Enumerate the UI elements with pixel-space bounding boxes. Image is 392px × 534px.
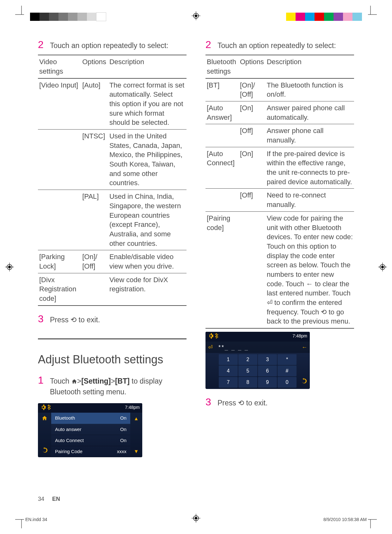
step-text: Touch >[Setting]>[BT] to display Bluetoo…: [50, 376, 187, 397]
step-1: 1 Touch >[Setting]>[BT] to display Bluet…: [38, 373, 187, 397]
crop-corner-icon: [15, 6, 28, 18]
cell-setting: [Auto Connect]: [205, 147, 239, 189]
crop-corner-icon: [364, 6, 377, 18]
settings-row[interactable]: Auto ConnectOn: [51, 435, 130, 446]
col-options: Options: [239, 55, 266, 78]
step-number: 3: [205, 395, 217, 409]
grayscale-swatches: [30, 13, 106, 21]
svg-point-4: [7, 264, 12, 270]
row-value: On: [120, 426, 126, 433]
clock-value: 7:48pm: [292, 333, 307, 340]
settings-row[interactable]: BluetoothOn: [51, 413, 130, 424]
bluetooth-settings-table: Bluetooth settings Options Description […: [205, 55, 354, 329]
cell-setting: [38, 130, 81, 190]
svg-point-9: [381, 266, 384, 268]
cell-desc: If the pre-paired device is within the e…: [266, 147, 354, 189]
right-column: 2 Touch an option repeatedly to select: …: [205, 32, 354, 460]
row-label: Pairing Code: [55, 448, 83, 455]
cell-setting: [38, 190, 81, 250]
step-2: 2 Touch an option repeatedly to select:: [38, 38, 187, 52]
step-number: 3: [38, 312, 50, 326]
cell-desc: Answer phone call manually.: [266, 124, 354, 147]
back-icon[interactable]: [42, 447, 47, 455]
cell-desc: Used in China, India, Singapore, the wes…: [108, 190, 187, 250]
cell-setting: [BT]: [205, 78, 239, 101]
row-value: On: [120, 415, 126, 421]
keypad-key-4[interactable]: 4: [219, 366, 238, 376]
print-timestamp: 8/9/2010 10:58:38 AM: [323, 517, 367, 522]
cell-desc: Used in the United States, Canada, Japan…: [108, 130, 187, 190]
col-desc: Description: [266, 55, 354, 78]
section-heading: Adjust Bluetooth settings: [38, 338, 187, 367]
step-text: Touch an option repeatedly to select:: [50, 41, 187, 51]
up-arrow-icon[interactable]: ▲: [134, 415, 139, 422]
source-file: EN.indd 34: [25, 517, 47, 522]
left-column: 2 Touch an option repeatedly to select: …: [38, 32, 187, 460]
keypad-key-0[interactable]: 0: [278, 377, 297, 388]
registration-target-icon: [5, 263, 14, 271]
cell-option: [81, 273, 108, 306]
cell-option: [PAL]: [81, 190, 108, 250]
table-row: [Off]Answer phone call manually.: [205, 124, 354, 147]
back-icon[interactable]: [301, 377, 307, 386]
row-label: Auto answer: [55, 426, 81, 433]
step-2: 2 Touch an option repeatedly to select:: [205, 38, 354, 52]
down-arrow-icon[interactable]: ▼: [134, 448, 139, 455]
cell-setting: [Parking Lock]: [38, 250, 81, 273]
keypad-key-3[interactable]: 3: [258, 354, 277, 365]
svg-point-8: [380, 264, 385, 270]
print-footer: EN.indd 34 8/9/2010 10:58:38 AM: [25, 517, 367, 522]
cell-desc: View code for DivX registration.: [108, 273, 187, 306]
page-lang: EN: [52, 496, 60, 502]
step-text: Touch an option repeatedly to select:: [217, 41, 354, 51]
video-settings-table: Video settings Options Description [Vide…: [38, 55, 187, 306]
keypad-key-9[interactable]: 9: [258, 377, 277, 388]
backspace-icon[interactable]: ←: [302, 343, 307, 351]
cell-setting: [205, 189, 239, 211]
cell-setting: [Auto Answer]: [205, 101, 239, 124]
cell-option: [On]: [239, 101, 266, 124]
cell-option: [239, 211, 266, 328]
step-text: Press ⟲ to exit.: [50, 315, 187, 325]
settings-list: BluetoothOnAuto answerOnAuto ConnectOnPa…: [51, 413, 130, 457]
keypad-grid: 123*456#7890: [205, 353, 298, 389]
keypad-key-7[interactable]: 7: [219, 377, 238, 388]
keypad-key-2[interactable]: 2: [238, 354, 257, 365]
home-icon[interactable]: [42, 415, 47, 423]
settings-row[interactable]: Auto answerOn: [51, 424, 130, 435]
keypad-key-8[interactable]: 8: [238, 377, 257, 388]
keypad-key-#[interactable]: #: [278, 366, 297, 376]
page-footer: 34 EN: [38, 496, 60, 502]
screenshot-left-side: [38, 413, 51, 457]
step-text: Press ⟲ to exit.: [217, 398, 354, 408]
settings-row[interactable]: Pairing Codexxxx: [51, 446, 130, 457]
table-row: [Auto Answer][On]Answer paired phone cal…: [205, 101, 354, 124]
cell-desc: Enable/disable video view when you drive…: [108, 250, 187, 273]
color-swatches: [286, 13, 362, 21]
table-row: [PAL]Used in China, India, Singapore, th…: [38, 190, 187, 250]
screenshot-right-side: ▲ ▼: [130, 413, 142, 457]
col-desc: Description: [108, 55, 187, 78]
row-label: Bluetooth: [55, 415, 75, 421]
keypad-key-6[interactable]: 6: [258, 366, 277, 376]
bluetooth-settings-screenshot: 7:48pm BluetoothOnAuto answerOnAuto Conn…: [38, 403, 142, 458]
clock-value: 7:48pm: [125, 404, 140, 412]
cell-option: [On]/ [Off]: [239, 78, 266, 101]
table-row: [Auto Connect][On]If the pre-paired devi…: [205, 147, 354, 189]
table-row: [Off]Need to re-connect manually.: [205, 189, 354, 211]
col-options: Options: [81, 55, 108, 78]
cell-option: [Off]: [239, 124, 266, 147]
cell-option: [On]: [239, 147, 266, 189]
step-number: 2: [205, 38, 217, 52]
cell-setting: [Divx Registration code]: [38, 273, 81, 306]
registration-target-icon: [192, 11, 200, 20]
keypad-key-5[interactable]: 5: [238, 366, 257, 376]
cell-setting: [Video Input]: [38, 78, 81, 130]
keypad-key-1[interactable]: 1: [219, 354, 238, 365]
row-value: xxxx: [117, 448, 126, 455]
cell-setting: [Pairing code]: [205, 211, 239, 328]
keypad-key-*[interactable]: *: [278, 354, 297, 365]
cell-desc: View code for pairing the unit with othe…: [266, 211, 354, 328]
enter-icon[interactable]: ⏎: [208, 343, 213, 351]
col-setting: Bluetooth settings: [205, 55, 239, 78]
